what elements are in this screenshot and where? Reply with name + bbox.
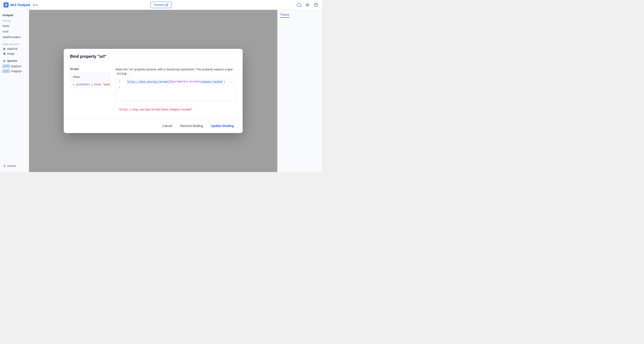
- svg-point-5: [314, 3, 318, 7]
- theme-tab[interactable]: Theme: [280, 13, 289, 18]
- modal-overlay: Bind property "url" Scope Other ▶ parame…: [29, 10, 277, 172]
- code-editor[interactable]: 1 `https://dog.ceo/api/breed/${parameter…: [116, 79, 236, 101]
- crud-label: crud: [3, 30, 8, 33]
- main-layout: toolpad Pages basic crud dataProviders P…: [0, 10, 322, 172]
- result-value: "https://dog.ceo/api/breed/dane/images/r…: [118, 108, 234, 111]
- query1-label: dogQuer: [11, 65, 22, 68]
- query-item-dog[interactable]: HTTP dogQuer: [0, 64, 29, 69]
- query2-label: imageQu: [11, 70, 22, 73]
- datagrid-label: dataGrid: [7, 47, 18, 50]
- pages-label: Pages: [0, 19, 29, 23]
- logo-icon: [4, 3, 8, 8]
- param-key: parameters:: [76, 83, 90, 86]
- sidebar-divider: [3, 41, 16, 41]
- modal-title: Bind property "url": [70, 54, 236, 59]
- hierarchy-item-image[interactable]: 🖼 image: [0, 51, 29, 56]
- desc-main: Make the "url" property dynamic with a J…: [116, 68, 233, 71]
- basic-label: basic: [3, 24, 10, 28]
- http-badge-2: HTTP: [3, 70, 10, 73]
- cancel-button[interactable]: Cancel: [160, 122, 175, 129]
- scope-other-header: Other: [70, 73, 110, 81]
- actions-section[interactable]: Actions: [0, 162, 29, 169]
- hierarchy-label: Page hierarchy: [0, 42, 29, 46]
- update-binding-button[interactable]: Update binding: [208, 122, 236, 129]
- scope-box: Other ▶ parameters: { breed: "dane" }: [70, 73, 110, 88]
- svg-rect-0: [5, 4, 6, 5]
- topbar-right: [296, 3, 318, 8]
- preview-button[interactable]: Preview: [150, 2, 172, 8]
- beta-badge: Beta: [33, 4, 38, 6]
- modal-left-panel: Scope Other ▶ parameters: { breed: "dane…: [70, 67, 110, 114]
- svg-rect-2: [5, 5, 6, 6]
- sun-icon[interactable]: [305, 3, 310, 8]
- actions-label: Actions: [7, 164, 16, 167]
- modal-footer: Cancel Remove binding Update binding: [64, 118, 242, 133]
- line-num-1: 1: [118, 80, 122, 83]
- external-link-icon: [166, 4, 168, 6]
- svg-rect-3: [6, 5, 8, 6]
- hierarchy-item-datagrid[interactable]: ▦ dataGrid: [0, 46, 29, 51]
- topbar: MUI Toolpad Beta Preview: [0, 0, 322, 10]
- queries-label: Queries: [7, 59, 17, 63]
- sidebar-item-crud[interactable]: crud: [0, 29, 29, 34]
- breed-val: "dane": [103, 83, 110, 86]
- query-item-image[interactable]: HTTP imageQu: [0, 69, 29, 74]
- cursor-indicator: —: [231, 81, 234, 84]
- result-area: "https://dog.ceo/api/breed/dane/images/r…: [116, 105, 236, 114]
- content-area: Bind property "url" Scope Other ▶ parame…: [29, 10, 277, 172]
- app-name: MUI Toolpad: [10, 3, 30, 7]
- svg-point-6: [316, 6, 316, 6]
- image-label: image: [7, 52, 14, 55]
- preview-label: Preview: [154, 3, 164, 7]
- description-text: Make the "url" property dynamic with a J…: [116, 67, 236, 76]
- actions-icon: [3, 164, 6, 167]
- queries-section: Queries HTTP dogQuer HTTP imageQu: [0, 58, 29, 74]
- code-line-2: 2: [116, 85, 236, 90]
- sidebar-item-basic[interactable]: basic: [0, 23, 29, 29]
- dataproviders-label: dataProviders: [3, 35, 20, 39]
- cloud-icon[interactable]: [296, 3, 302, 8]
- brace-open: {: [92, 83, 92, 86]
- type-code: string: [116, 72, 128, 76]
- code-content-1: `https://dog.ceo/api/breed/${parameters.…: [126, 80, 226, 83]
- http-badge-1: HTTP: [3, 65, 10, 68]
- remove-binding-button[interactable]: Remove binding: [178, 122, 206, 129]
- code-url: https://dog.ceo/api/breed/: [127, 80, 169, 83]
- semicolon: ;: [224, 80, 226, 83]
- queries-header: Queries: [0, 58, 29, 64]
- triangle-icon: ▶: [73, 83, 75, 86]
- help-icon[interactable]: [314, 3, 318, 8]
- svg-point-4: [306, 4, 308, 6]
- modal-header: Bind property "url": [64, 49, 242, 63]
- app-title: toolpad: [0, 13, 29, 19]
- sidebar-item-dataproviders[interactable]: dataProviders: [0, 34, 29, 40]
- right-panel: Theme: [277, 10, 322, 172]
- desc-end: .: [128, 72, 129, 75]
- scope-parameters-item[interactable]: ▶ parameters: { breed: "dane" }: [70, 81, 110, 88]
- datagrid-icon: ▦: [3, 47, 6, 50]
- line-num-2: 2: [118, 86, 122, 89]
- svg-rect-1: [6, 4, 8, 5]
- modal-body: Scope Other ▶ parameters: { breed: "dane…: [64, 63, 242, 119]
- bind-property-modal: Bind property "url" Scope Other ▶ parame…: [64, 49, 242, 133]
- code-line-1: 1 `https://dog.ceo/api/breed/${parameter…: [116, 79, 236, 85]
- modal-right-panel: Make the "url" property dynamic with a J…: [116, 67, 236, 114]
- code-expression: ${parameters.breed}: [169, 80, 200, 83]
- queries-icon: [3, 59, 6, 63]
- app-logo: MUI Toolpad Beta: [4, 3, 38, 8]
- topbar-center: Preview: [150, 2, 172, 8]
- image-icon: 🖼: [3, 52, 6, 55]
- breed-key: breed:: [94, 83, 102, 86]
- code-path: /images/random: [200, 80, 222, 83]
- scope-label: Scope: [70, 67, 110, 71]
- sidebar: toolpad Pages basic crud dataProviders P…: [0, 10, 29, 172]
